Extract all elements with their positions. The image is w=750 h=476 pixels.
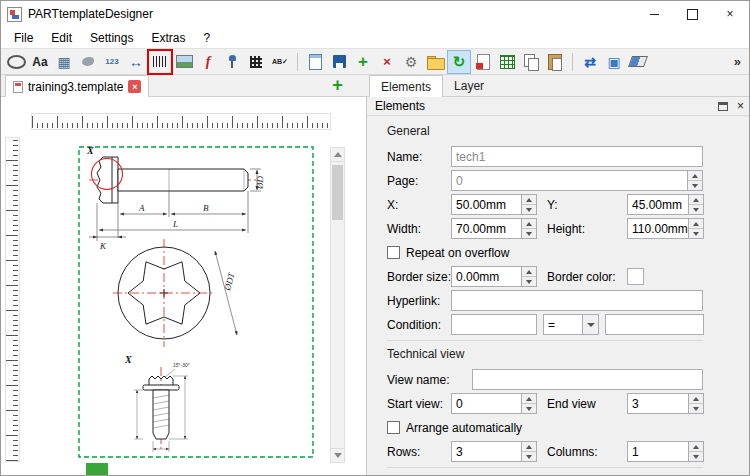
menu-file[interactable]: File — [5, 27, 42, 48]
page-input[interactable]: 0 — [451, 170, 703, 191]
chevron-down-icon[interactable] — [582, 315, 598, 334]
settings-icon[interactable]: ⚙ — [400, 51, 422, 73]
rows-spin-down[interactable] — [522, 451, 536, 461]
scroll-down-icon[interactable] — [331, 448, 344, 462]
y-spin-up[interactable] — [689, 195, 703, 204]
eraser-icon[interactable] — [627, 51, 649, 73]
new-document-icon[interactable] — [304, 51, 326, 73]
close-panel-icon[interactable]: × — [737, 100, 744, 112]
rows-spinner[interactable] — [521, 442, 536, 461]
number-field-icon[interactable]: 123 — [101, 51, 123, 73]
open-icon[interactable] — [424, 51, 446, 73]
height-spin-up[interactable] — [689, 219, 703, 228]
page-marker[interactable] — [86, 463, 108, 476]
page-spinner[interactable] — [687, 171, 702, 190]
arrange-automatically-checkbox[interactable] — [387, 421, 400, 434]
menu-extras[interactable]: Extras — [142, 27, 194, 48]
end-view-spin-down[interactable] — [689, 403, 703, 413]
height-spin-down[interactable] — [689, 228, 703, 238]
add-template-button[interactable]: + — [328, 76, 347, 95]
document-tab[interactable]: training3.template × — [5, 75, 149, 97]
pin-icon[interactable] — [221, 51, 243, 73]
swap-arrows-icon[interactable]: ⇄ — [579, 51, 601, 73]
menu-help[interactable]: ? — [194, 27, 219, 48]
condition-value-input[interactable] — [605, 314, 704, 335]
close-button[interactable]: × — [711, 1, 749, 27]
border-size-spinner[interactable] — [521, 267, 536, 286]
pdf-export-icon[interactable] — [472, 51, 494, 73]
design-canvas[interactable]: X ØD A B L K — [1, 97, 366, 476]
border-size-input[interactable]: 0.00mm — [451, 266, 537, 287]
columns-spin-down[interactable] — [689, 451, 703, 461]
minimize-button[interactable] — [635, 1, 673, 27]
x-input[interactable]: 50.00mm — [451, 194, 537, 215]
x-spin-down[interactable] — [522, 204, 536, 214]
end-view-input[interactable]: 3 — [627, 393, 704, 414]
qrcode-icon[interactable] — [245, 51, 267, 73]
start-view-input[interactable]: 0 — [451, 393, 537, 414]
ellipse-icon[interactable] — [5, 51, 27, 73]
border-size-spin-up[interactable] — [522, 267, 536, 276]
barcode-icon[interactable] — [149, 51, 171, 73]
maximize-button[interactable] — [673, 1, 711, 27]
columns-spin-up[interactable] — [689, 442, 703, 451]
height-spinner[interactable] — [688, 219, 703, 238]
text-icon[interactable]: Aa — [29, 51, 51, 73]
width-spin-down[interactable] — [522, 228, 536, 238]
dimension-icon[interactable]: ↔ — [125, 51, 147, 73]
checkbox-field-icon[interactable]: AB✓ — [269, 51, 291, 73]
page-spin-up[interactable] — [688, 171, 702, 180]
x-spin-up[interactable] — [522, 195, 536, 204]
menu-edit[interactable]: Edit — [42, 27, 81, 48]
border-size-spin-down[interactable] — [522, 276, 536, 286]
scroll-thumb[interactable] — [332, 165, 343, 220]
end-view-spinner[interactable] — [688, 394, 703, 413]
columns-spinner[interactable] — [688, 442, 703, 461]
start-view-spin-down[interactable] — [522, 403, 536, 413]
table-export-icon[interactable] — [496, 51, 518, 73]
y-spinner[interactable] — [688, 195, 703, 214]
y-input[interactable]: 45.00mm — [627, 194, 704, 215]
tab-layer[interactable]: Layer — [443, 75, 495, 97]
border-color-swatch[interactable] — [627, 268, 644, 285]
height-input[interactable]: 110.00mm — [627, 218, 704, 239]
y-spin-down[interactable] — [689, 204, 703, 214]
refresh-icon[interactable]: ↻ — [448, 51, 470, 73]
start-view-spinner[interactable] — [521, 394, 536, 413]
copy-icon[interactable] — [520, 51, 542, 73]
width-spin-up[interactable] — [522, 219, 536, 228]
document-tab-label: training3.template — [28, 80, 123, 94]
paste-icon[interactable] — [544, 51, 566, 73]
repeat-on-overflow-checkbox[interactable] — [387, 246, 400, 259]
name-input[interactable]: tech1 — [451, 146, 703, 167]
condition-operator-select[interactable]: = — [543, 314, 599, 335]
save-icon[interactable] — [328, 51, 350, 73]
tab-elements[interactable]: Elements — [369, 75, 443, 97]
formula-icon[interactable]: f — [197, 51, 219, 73]
float-panel-icon[interactable] — [718, 102, 728, 111]
width-input[interactable]: 70.00mm — [451, 218, 537, 239]
rows-spin-up[interactable] — [522, 442, 536, 451]
sketch-icon[interactable] — [77, 51, 99, 73]
scroll-up-icon[interactable] — [331, 148, 344, 162]
toolbar-overflow-icon[interactable]: » — [729, 54, 746, 69]
width-spinner[interactable] — [521, 219, 536, 238]
rows-input[interactable]: 3 — [451, 441, 537, 462]
image-icon[interactable] — [173, 51, 195, 73]
table-icon[interactable]: ▦ — [53, 51, 75, 73]
close-tab-icon[interactable]: × — [128, 80, 141, 93]
hyperlink-input[interactable] — [451, 290, 703, 311]
canvas-vertical-scrollbar[interactable] — [330, 147, 345, 463]
dim-label-dt: ØDT — [222, 271, 237, 293]
menu-settings[interactable]: Settings — [81, 27, 142, 48]
condition-input[interactable] — [451, 314, 537, 335]
end-view-spin-up[interactable] — [689, 394, 703, 403]
x-spinner[interactable] — [521, 195, 536, 214]
page-spin-down[interactable] — [688, 180, 702, 190]
delete-icon[interactable]: × — [376, 51, 398, 73]
view-name-input[interactable] — [472, 369, 703, 390]
fit-view-icon[interactable]: ▣ — [603, 51, 625, 73]
add-icon[interactable]: + — [352, 51, 374, 73]
start-view-spin-up[interactable] — [522, 394, 536, 403]
columns-input[interactable]: 1 — [627, 441, 704, 462]
